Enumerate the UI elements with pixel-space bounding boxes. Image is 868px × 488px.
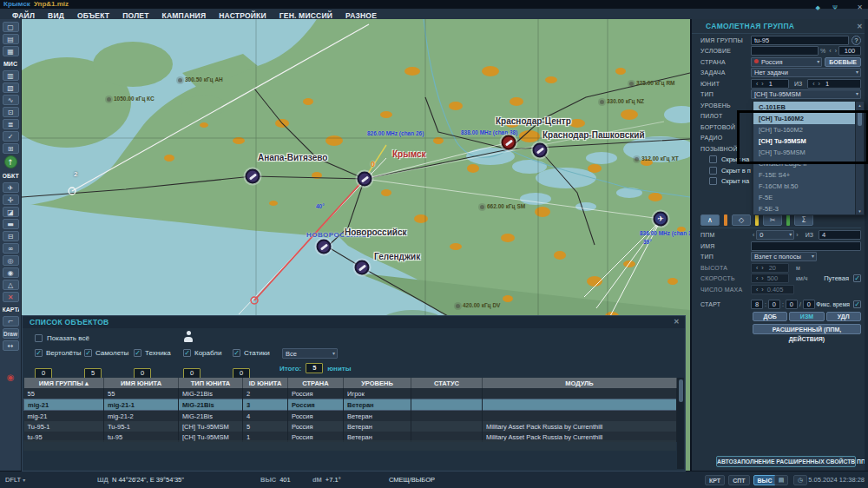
save-mission-button[interactable]: ▦ [3,46,19,56]
measure-button[interactable]: ↔ [3,340,19,351]
table-column-header[interactable]: УРОВЕНЬ [344,378,411,388]
krymsk-airport-icon[interactable] [358,172,372,187]
layer-toggle[interactable]: КРТ [705,475,725,485]
filter-checkbox[interactable] [183,349,191,357]
layers-icon[interactable]: ▤ [774,475,788,485]
delete-object-button[interactable]: ✕ [3,292,19,302]
ground-speed-checkbox[interactable] [853,274,861,282]
country-select[interactable]: Россия▾ [751,57,822,67]
category-filter[interactable]: Самолеты [84,349,134,357]
dropdown-scrollbar[interactable]: ▴ ▾ [855,102,864,214]
add-column-button[interactable]: ∞ [3,243,19,254]
weather-button[interactable]: ↑ [4,155,17,168]
new-mission-button[interactable]: ▢ [3,22,19,32]
fixed-time-checkbox[interactable] [853,300,861,308]
group-name-input[interactable]: tu-95 [751,36,849,45]
route-tool-button[interactable]: ∿ [3,95,19,105]
close-icon[interactable]: ✕ [857,20,863,33]
advanced-waypoint-button[interactable]: РАСШИРЕННЫЙ (ППМ, ДЕЙСТВИЯ) [753,324,861,334]
skill-dropdown[interactable]: C-101EB[CH] Tu-160M2[CH] Tu-160M2[CH] Tu… [753,101,865,215]
dropdown-option[interactable]: C-101EB [753,102,864,113]
table-scrollbar[interactable] [677,378,684,469]
dropdown-option[interactable]: F-5E-3 [753,203,864,214]
unit-total-stepper[interactable]: ‹›1 [807,79,861,89]
dropdown-option[interactable]: Christen Eagle II [753,158,864,169]
condition-percent-input[interactable]: 100 [838,46,861,56]
hidden-map-checkbox[interactable] [709,155,717,163]
start-seconds-input[interactable]: 0 [786,300,798,309]
mission-check-button[interactable]: ✓ [3,131,19,142]
add-vehicle-button[interactable]: ▬ [3,219,19,229]
table-row[interactable]: 5555MiG-21Bis 2РоссияИгрок [24,388,677,399]
autofill-waypoints-button[interactable]: АВТОЗАПОЛНЕНИЕ РАСШИРЕННЫХ СВОЙСТВ ППМ [716,456,856,467]
close-icon[interactable]: ✕ [674,316,680,328]
table-row[interactable]: mig-21mig-21-1MiG-21Bis 3РоссияВетеран [24,399,677,411]
table-row[interactable]: mig-21mig-21-2MiG-21Bis 4РоссияВетеран [24,411,677,422]
hidden-mfd-checkbox[interactable] [709,177,717,185]
record-button[interactable]: ◉ [3,373,19,383]
open-mission-button[interactable]: ▤ [3,34,19,44]
krasnodar-pashkovsky-airport-icon[interactable] [533,143,548,158]
aircraft-group-icon[interactable] [654,212,668,227]
mission-options-button[interactable]: ▧ [3,82,19,93]
table-column-header[interactable]: ID ЮНИТА [243,378,288,388]
filter-checkbox[interactable] [134,349,141,357]
dropdown-option[interactable]: F-5E [753,192,864,203]
panel-scrollbar[interactable] [865,19,868,472]
add-farp-button[interactable]: ◉ [3,267,19,278]
novorossiysk-airport-icon[interactable] [317,240,332,254]
table-column-header[interactable]: ТИП ЮНИТА [179,378,243,388]
filter-checkbox[interactable] [84,349,92,357]
triggers-tab[interactable]: ◇ [732,214,751,226]
start-minutes-input[interactable]: 0 [768,300,780,309]
start-day-input[interactable]: 0 [803,300,815,309]
resources-button[interactable]: ⊞ [3,143,19,154]
aircraft-type-select[interactable]: [CH] Tu-95MSM▾ [751,89,861,99]
table-row[interactable]: Tu-95-1Tu-95-1[CH] Tu-95MSM 5РоссияВетер… [24,421,677,432]
table-column-header[interactable]: СТРАНА [288,378,344,388]
summary-tab[interactable]: Σ [794,214,813,226]
stepper-right-icon[interactable]: › [835,48,837,54]
dropdown-option[interactable]: F-16CM bl.50 [753,181,864,192]
briefing-button[interactable]: ▥ [3,70,19,81]
task-select[interactable]: Нет задачи▾ [751,68,861,77]
payload-tab[interactable]: ✂ [763,214,782,226]
table-column-header[interactable]: СТАТУС [411,378,483,388]
coalition-select[interactable]: Все ▾ [282,348,338,359]
category-filter[interactable]: Статики [233,349,282,357]
start-hours-input[interactable]: 8 [751,300,763,309]
anapa-vityazevo-airport-icon[interactable] [246,169,260,184]
dropdown-option[interactable]: [CH] Tu-160M2 [753,124,864,135]
waypoint-add-button[interactable]: ДОБ [753,312,787,321]
waypoints-tab[interactable]: ∧ [700,214,720,226]
dropdown-option[interactable]: F-15E S4+ [753,169,864,181]
bullseye-button[interactable]: ⊡ [3,107,19,117]
waypoint-edit-button[interactable]: ИЗМ [789,312,824,321]
category-filter[interactable]: Вертолёты [35,349,84,357]
map-key-button[interactable]: ⌐ [3,316,19,326]
add-ship-button[interactable]: ◪ [3,207,19,217]
waypoint-select[interactable]: 0▾ [756,230,794,240]
table-column-header[interactable]: ИМЯ ЮНИТА [104,378,179,388]
draw-button[interactable]: Draw [3,328,19,339]
category-filter[interactable]: Техника [134,349,183,357]
close-icon[interactable]: ✕ [857,3,863,11]
combat-units-button[interactable]: БОЕВЫЕ [825,57,861,67]
waypoint-delete-button[interactable]: УДЛ [826,312,861,321]
failures-button[interactable]: ≣ [3,119,19,129]
table-column-header[interactable]: ИМЯ ГРУППЫ ▴ [24,378,104,388]
stepper-left-icon[interactable]: ‹ [829,48,831,54]
dropdown-option[interactable]: [CH] Tu-160M2 [753,113,864,124]
add-airplane-button[interactable]: ✈ [3,182,19,193]
dropdown-option[interactable]: [CH] Tu-95MSM [753,135,864,147]
clock-icon[interactable]: ◷ [793,475,807,485]
waypoint-next-icon[interactable]: › [796,232,798,238]
condition-input[interactable] [751,46,819,56]
gelendzhik-airport-icon[interactable] [355,260,370,275]
scroll-down-icon[interactable]: ▾ [856,208,864,214]
profile-select[interactable]: DFLT ▾ [5,472,25,488]
waypoint-type-select[interactable]: Взлет с полосы▾ [751,252,817,261]
dropdown-option[interactable]: [CH] Tu-95MSM [753,147,864,158]
show-all-checkbox[interactable] [35,334,43,342]
scroll-up-icon[interactable]: ▴ [856,102,864,108]
